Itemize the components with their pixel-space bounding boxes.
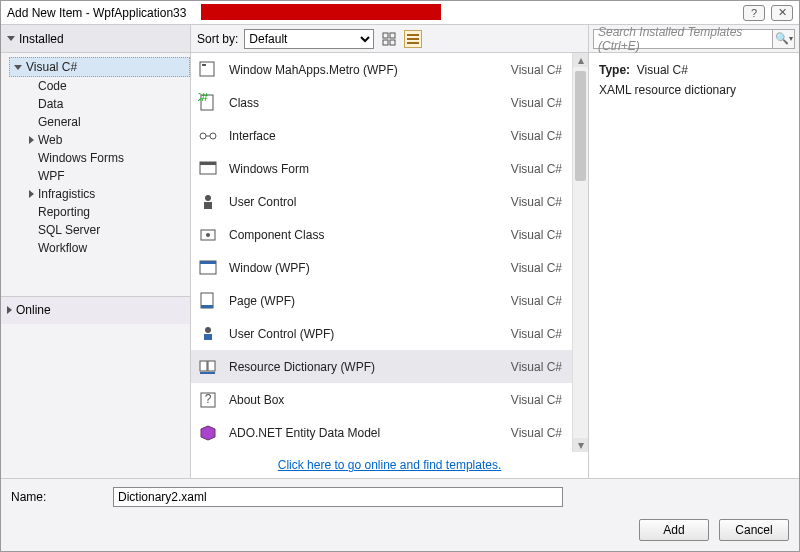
tree-node-data[interactable]: Data (25, 95, 190, 113)
template-item[interactable]: Resource Dictionary (WPF)Visual C# (191, 350, 572, 383)
template-icon (197, 356, 219, 378)
template-icon (197, 224, 219, 246)
sortby-dropdown[interactable]: Default (244, 29, 374, 49)
svg-text:C#: C# (198, 93, 208, 104)
template-icon: ? (197, 389, 219, 411)
search-button[interactable]: 🔍 ▾ (773, 29, 795, 49)
template-item[interactable]: InterfaceVisual C# (191, 119, 572, 152)
template-icon (197, 59, 219, 81)
details-pane: Search Installed Templates (Ctrl+E) 🔍 ▾ … (589, 25, 799, 478)
svg-rect-26 (200, 361, 207, 371)
template-item[interactable]: C#ClassVisual C# (191, 86, 572, 119)
name-input[interactable] (113, 487, 563, 507)
template-lang: Visual C# (511, 261, 562, 275)
search-placeholder: Search Installed Templates (Ctrl+E) (598, 25, 768, 53)
tree-node-wpf[interactable]: WPF (25, 167, 190, 185)
template-item[interactable]: Page (WPF)Visual C# (191, 284, 572, 317)
svg-point-24 (205, 327, 211, 333)
dialog-footer: Name: Add Cancel (1, 478, 799, 551)
template-item[interactable]: User Control (WPF)Visual C# (191, 317, 572, 350)
template-icon (197, 158, 219, 180)
tree-node-code[interactable]: Code (25, 77, 190, 95)
template-name: Windows Form (229, 162, 501, 176)
tree-label: Data (38, 97, 63, 111)
template-item[interactable]: Windows FormVisual C# (191, 152, 572, 185)
template-item[interactable]: Application Configuration FileVisual C# (191, 449, 572, 452)
tree-node-infragistics[interactable]: Infragistics (25, 185, 190, 203)
template-description: XAML resource dictionary (599, 83, 789, 97)
online-header[interactable]: Online (1, 296, 190, 324)
scroll-up-icon[interactable]: ▴ (573, 53, 588, 67)
template-list-pane: Sort by: Default Window MahApps.Metro (W… (191, 25, 589, 478)
tree-node-workflow[interactable]: Workflow (25, 239, 190, 257)
add-button[interactable]: Add (639, 519, 709, 541)
template-name: User Control (229, 195, 501, 209)
template-lang: Visual C# (511, 96, 562, 110)
list-icon (406, 32, 420, 46)
search-input[interactable]: Search Installed Templates (Ctrl+E) (593, 29, 773, 49)
window-title: Add New Item - WpfApplication33 (7, 6, 186, 20)
template-item[interactable]: ?About BoxVisual C# (191, 383, 572, 416)
search-icon: 🔍 (775, 32, 789, 45)
template-item[interactable]: Window (WPF)Visual C# (191, 251, 572, 284)
scroll-thumb[interactable] (575, 71, 586, 181)
template-name: ADO.NET Entity Data Model (229, 426, 501, 440)
svg-rect-1 (390, 33, 395, 38)
titlebar: Add New Item - WpfApplication33 ? ✕ (1, 1, 799, 25)
tree-label: WPF (38, 169, 65, 183)
svg-point-16 (205, 195, 211, 201)
template-lang: Visual C# (511, 327, 562, 341)
installed-header[interactable]: Installed (1, 25, 190, 53)
tree-label: Infragistics (38, 187, 95, 201)
template-lang: Visual C# (511, 393, 562, 407)
template-list[interactable]: Window MahApps.Metro (WPF)Visual C#C#Cla… (191, 53, 572, 452)
help-button[interactable]: ? (743, 5, 765, 21)
svg-text:?: ? (205, 392, 212, 406)
template-item[interactable]: User ControlVisual C# (191, 185, 572, 218)
tree-node-windows-forms[interactable]: Windows Forms (25, 149, 190, 167)
svg-rect-0 (383, 33, 388, 38)
svg-rect-27 (208, 361, 215, 371)
template-item[interactable]: ADO.NET Entity Data ModelVisual C# (191, 416, 572, 449)
template-item[interactable]: Window MahApps.Metro (WPF)Visual C# (191, 53, 572, 86)
template-name: Class (229, 96, 501, 110)
scrollbar[interactable]: ▴ ▾ (572, 53, 588, 452)
scroll-down-icon[interactable]: ▾ (573, 438, 588, 452)
template-icon (197, 323, 219, 345)
add-new-item-dialog: Add New Item - WpfApplication33 ? ✕ Inst… (0, 0, 800, 552)
svg-rect-23 (201, 305, 213, 308)
tree-label: Windows Forms (38, 151, 124, 165)
template-name: Interface (229, 129, 501, 143)
chevron-down-icon (7, 36, 15, 41)
tree-node-visual-csharp[interactable]: Visual C# (9, 57, 190, 77)
online-label: Online (16, 303, 51, 317)
template-lang: Visual C# (511, 63, 562, 77)
svg-point-12 (210, 133, 216, 139)
template-name: About Box (229, 393, 501, 407)
name-label: Name: (11, 490, 101, 504)
template-lang: Visual C# (511, 360, 562, 374)
tree-node-reporting[interactable]: Reporting (25, 203, 190, 221)
template-item[interactable]: Component ClassVisual C# (191, 218, 572, 251)
svg-rect-17 (204, 202, 212, 209)
tree-node-web[interactable]: Web (25, 131, 190, 149)
template-lang: Visual C# (511, 129, 562, 143)
svg-rect-8 (202, 64, 206, 66)
close-button[interactable]: ✕ (771, 5, 793, 21)
template-name: Window (WPF) (229, 261, 501, 275)
view-list-button[interactable] (404, 30, 422, 48)
online-templates-link[interactable]: Click here to go online and find templat… (278, 458, 501, 472)
template-lang: Visual C# (511, 228, 562, 242)
cancel-button[interactable]: Cancel (719, 519, 789, 541)
svg-rect-15 (200, 162, 216, 165)
view-large-icons-button[interactable] (380, 30, 398, 48)
template-name: Resource Dictionary (WPF) (229, 360, 501, 374)
tree-node-general[interactable]: General (25, 113, 190, 131)
category-tree-pane: Installed Visual C# Code Data General We… (1, 25, 191, 478)
tree-node-sqlserver[interactable]: SQL Server (25, 221, 190, 239)
template-icon (197, 290, 219, 312)
svg-point-11 (200, 133, 206, 139)
template-lang: Visual C# (511, 294, 562, 308)
template-icon: C# (197, 92, 219, 114)
svg-rect-2 (383, 40, 388, 45)
